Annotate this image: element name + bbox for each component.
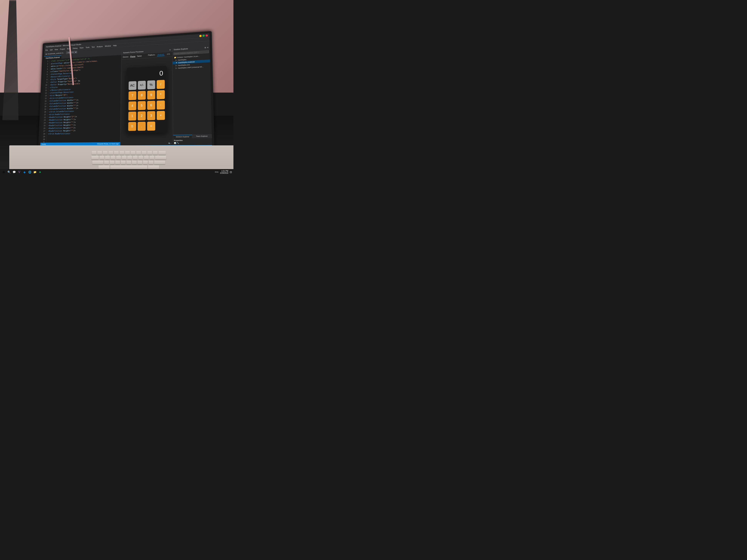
key[interactable] xyxy=(143,161,148,165)
phone-option[interactable]: Phone xyxy=(130,55,135,58)
calc-btn-percent[interactable]: % xyxy=(147,80,155,89)
calc-btn-8[interactable]: 8 xyxy=(138,91,146,100)
ie-icon[interactable]: 🌐 xyxy=(27,170,32,174)
zoom-in-icon[interactable]: 🔍+ xyxy=(168,142,171,144)
vs-taskbar-icon[interactable]: V xyxy=(17,170,22,174)
calc-btn-1[interactable]: 1 xyxy=(128,111,136,121)
calc-btn-5[interactable]: 5 xyxy=(138,101,146,110)
start-button[interactable]: ▶ VisualStudio_android-23... xyxy=(45,52,65,55)
tablet-option[interactable]: Tablet xyxy=(137,55,142,57)
key[interactable] xyxy=(144,156,149,160)
key[interactable] xyxy=(155,156,166,160)
vs-blue-icon[interactable]: ◆ xyxy=(22,170,27,174)
key[interactable] xyxy=(147,151,152,155)
solution-explorer-close-icon[interactable]: ✕ xyxy=(207,47,209,49)
task-view-icon[interactable]: 💬 xyxy=(12,170,16,174)
code-text[interactable]: <?xml version="1.0" encoding="utf-8" ?> … xyxy=(46,55,121,143)
minimize-button[interactable] xyxy=(199,35,202,37)
key[interactable] xyxy=(120,151,124,155)
key[interactable] xyxy=(104,161,109,165)
key-caps[interactable] xyxy=(92,161,103,165)
properties-filter-icon[interactable]: 🔧 xyxy=(177,142,179,144)
menu-tools[interactable]: Tools xyxy=(85,47,89,49)
key-shift-left[interactable] xyxy=(98,165,109,169)
explorer-icon[interactable]: 📁 xyxy=(33,170,37,174)
key[interactable] xyxy=(110,161,114,165)
key-enter[interactable] xyxy=(154,161,165,165)
maximize-button[interactable] xyxy=(202,35,205,37)
key[interactable] xyxy=(133,156,138,160)
menu-debug[interactable]: Debug xyxy=(73,47,78,49)
calc-btn-7[interactable]: 7 xyxy=(128,91,136,100)
key[interactable] xyxy=(111,156,115,160)
key[interactable] xyxy=(105,156,110,160)
key[interactable] xyxy=(137,161,142,165)
key[interactable] xyxy=(108,151,113,155)
menu-view[interactable]: View xyxy=(54,49,58,51)
menu-file[interactable]: File xyxy=(45,49,48,51)
key[interactable] xyxy=(114,151,119,155)
key[interactable] xyxy=(149,161,153,165)
key[interactable] xyxy=(103,151,108,155)
calc-btn-3[interactable]: 3 xyxy=(147,111,155,120)
menu-team[interactable]: Team xyxy=(79,47,83,49)
key[interactable] xyxy=(138,156,143,160)
menu-project[interactable]: Project xyxy=(60,48,65,50)
menu-test[interactable]: Test xyxy=(92,46,95,48)
search-icon-taskbar[interactable]: 🔍 xyxy=(7,170,11,174)
calc-btn-0[interactable]: 0 xyxy=(128,122,136,131)
menu-edit[interactable]: Edit xyxy=(50,49,53,51)
key[interactable] xyxy=(142,151,147,155)
start-button-taskbar[interactable]: ⊞ xyxy=(1,170,6,174)
calc-btn-multiply[interactable]: * xyxy=(157,90,165,99)
calc-btn-equals[interactable]: = xyxy=(147,122,155,131)
menu-help[interactable]: Help xyxy=(113,45,117,47)
platform-ios[interactable]: iOS xyxy=(166,53,171,56)
show-desktop-icon[interactable]: ⊡ xyxy=(230,170,232,174)
calc-btn-ac[interactable]: AC xyxy=(129,81,136,90)
key-shift-right[interactable] xyxy=(148,165,159,169)
key[interactable] xyxy=(122,156,127,160)
key[interactable] xyxy=(127,156,132,160)
key[interactable] xyxy=(126,161,131,165)
preview-title: Xamarin.Forms Previewer xyxy=(123,51,144,54)
menu-analyze[interactable]: Analyze xyxy=(97,46,103,48)
key[interactable] xyxy=(132,161,137,165)
key[interactable] xyxy=(115,161,120,165)
key[interactable] xyxy=(91,156,99,160)
green-icon[interactable]: ■ xyxy=(38,170,42,174)
taskbar-clock: 1:01 PM 2/28/2018 xyxy=(220,170,228,174)
key[interactable] xyxy=(136,151,141,155)
key[interactable] xyxy=(121,161,126,165)
solution-explorer-settings-icon[interactable]: ⚙ xyxy=(204,47,206,49)
key[interactable] xyxy=(125,151,130,155)
key[interactable] xyxy=(153,151,158,155)
code-editor-area[interactable]: 1234 5678 9101112 13141516 17181920 2122… xyxy=(41,55,121,143)
key[interactable] xyxy=(116,156,121,160)
solution-folder-icon: 📁 xyxy=(174,56,176,58)
tab-team-explorer[interactable]: Team Explorer xyxy=(192,135,212,138)
calc-btn-6[interactable]: 6 xyxy=(147,101,155,110)
calc-btn-4[interactable]: 4 xyxy=(128,101,136,110)
platform-android[interactable]: Android xyxy=(157,53,165,56)
key[interactable] xyxy=(97,151,102,155)
key[interactable] xyxy=(150,156,154,160)
key[interactable] xyxy=(100,156,104,160)
key[interactable] xyxy=(92,151,97,155)
calc-btn-dot[interactable]: . xyxy=(137,122,146,131)
tab-solution-explorer[interactable]: Solution Explorer xyxy=(173,135,192,138)
calc-btn-plusminus[interactable]: +/- xyxy=(138,81,146,90)
menu-window[interactable]: Window xyxy=(105,45,111,47)
preview-close-icon[interactable]: ✕ xyxy=(169,49,171,51)
close-button[interactable] xyxy=(205,34,208,37)
cpu-selector[interactable]: Any CPU xyxy=(66,51,77,54)
calc-btn-plus[interactable]: + xyxy=(157,111,165,120)
calc-btn-minus[interactable]: - xyxy=(157,100,165,109)
calc-btn-2[interactable]: 2 xyxy=(138,111,146,121)
key[interactable] xyxy=(131,151,135,155)
key-space[interactable] xyxy=(110,165,147,169)
key[interactable] xyxy=(158,151,166,155)
properties-sort-icon[interactable]: 📊 xyxy=(174,142,176,144)
calc-btn-9[interactable]: 9 xyxy=(147,90,155,100)
calc-btn-divide[interactable]: / xyxy=(157,80,165,89)
